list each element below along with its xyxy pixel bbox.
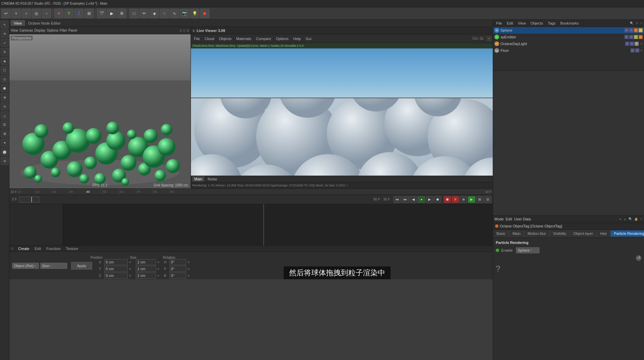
toolbar-pen[interactable]: ✏ [139, 9, 149, 18]
sphere-vis-1[interactable]: ✓ [625, 28, 629, 32]
toolbar-light[interactable]: 💡 [190, 9, 199, 18]
tool-6[interactable]: ⬡ [1, 66, 9, 74]
props-tab-hair[interactable]: Hair [597, 230, 610, 237]
props-tab-basic[interactable]: Basic [493, 230, 509, 237]
attr-tab-function[interactable]: Function [44, 246, 63, 251]
lv-menu-compare[interactable]: Compare [254, 36, 273, 41]
toolbar-stop[interactable]: ⏹ [200, 9, 209, 18]
props-tab-object-layer[interactable]: Object layer [570, 230, 597, 237]
pos-z[interactable]: 0 cm [104, 273, 128, 279]
props-search[interactable]: 🔍 [629, 217, 632, 221]
tool-rotate[interactable]: ↻ [1, 48, 9, 56]
pos-x[interactable]: 0 cm [104, 259, 128, 265]
xpe-tag-1[interactable]: T [634, 35, 638, 39]
toolbar-coord[interactable]: ⊞ [84, 9, 94, 18]
tool-15[interactable]: ⬤ [1, 148, 9, 156]
tool-16[interactable]: ⊖ [1, 157, 9, 165]
lv-chr-dropdown[interactable]: ▾ [487, 36, 491, 41]
odl-vis-1[interactable]: ✓ [625, 42, 629, 46]
lv-menu-file[interactable]: File [192, 36, 202, 41]
props-mode[interactable]: Mode [494, 217, 504, 221]
tool-select[interactable]: ↖ [1, 21, 9, 29]
props-lock[interactable]: 🔒 [634, 217, 638, 221]
obj-row-octanedaylight[interactable]: ☀ OctaneDayLight ✓ ✓ T ↗ [493, 40, 644, 47]
rp-menu-edit[interactable]: Edit [505, 21, 515, 26]
toolbar-particles[interactable]: ⁙ [160, 9, 169, 18]
props-tab-particle-rendering[interactable]: Particle Rendering [611, 230, 644, 237]
tool-9[interactable]: ⊕ [1, 93, 9, 101]
play-record[interactable]: ⏺ [434, 196, 441, 203]
tool-5[interactable]: ◈ [1, 57, 9, 65]
tc-btn-3[interactable]: ⊕ [460, 196, 467, 203]
vp-menu-cameras[interactable]: Cameras [19, 29, 33, 32]
toolbar-x[interactable]: ✕ [54, 9, 64, 18]
floor-vis-1[interactable]: ✓ [631, 48, 635, 52]
toolbar-film[interactable]: 🎬 [97, 9, 106, 18]
tool-8[interactable]: ⬢ [1, 84, 9, 92]
play-last-frame[interactable]: ⏭ [402, 196, 409, 203]
xpe-vis-1[interactable]: ✓ [625, 35, 629, 39]
sphere-tag-1[interactable]: T [634, 28, 638, 32]
tc-red-2[interactable]: ⏸ [452, 196, 459, 203]
tool-14[interactable]: ✦ [1, 139, 9, 147]
props-nav-up[interactable]: ▲ [623, 217, 627, 221]
toolbar-y[interactable]: Y [64, 9, 74, 18]
viewport-tab-editor[interactable]: Octane Node Editor [26, 21, 63, 26]
tool-13[interactable]: ⊞ [1, 130, 9, 138]
tool-move[interactable]: ✛ [1, 30, 9, 38]
tool-7[interactable]: ◷ [1, 75, 9, 83]
floor-vis-2[interactable]: ✓ [635, 48, 639, 52]
tool-10[interactable]: ⊙ [1, 102, 9, 110]
node-editor-preview[interactable] [493, 71, 644, 216]
obj-row-sphere[interactable]: ● Sphere ✓ ✓ T O [493, 27, 644, 34]
play-forward[interactable]: ▶ [426, 196, 433, 203]
lv-menu-objects[interactable]: Objects [217, 36, 233, 41]
size-y[interactable]: 2 cm [136, 266, 156, 272]
rp-menu-tags[interactable]: Tags [546, 21, 557, 26]
rp-menu-view[interactable]: View [516, 21, 528, 26]
tool-11[interactable]: △ [1, 111, 9, 119]
object-rel-dropdown[interactable]: Object (Rel) ▾ [12, 263, 39, 269]
timeline-tracks[interactable] [9, 204, 493, 246]
vp-menu-view[interactable]: View [11, 29, 18, 32]
toolbar-sculpt[interactable]: ◈ [150, 9, 159, 18]
tc-btn-5[interactable]: ⊞ [476, 196, 483, 203]
toolbar-arrow[interactable]: → [42, 9, 51, 18]
odl-tag-1[interactable]: T [635, 42, 639, 46]
pos-y[interactable]: 0 cm [104, 266, 128, 272]
left-vp-canvas[interactable]: Perspective [9, 34, 191, 188]
props-tab-main[interactable]: Main [509, 230, 524, 237]
props-edit[interactable]: Edit [506, 217, 512, 221]
rp-menu-file[interactable]: File [494, 21, 504, 26]
vp-menu-panel[interactable]: Panel [69, 29, 77, 32]
lv-menu-help[interactable]: Help [292, 36, 303, 41]
green-spheres-canvas[interactable]: FPS: 11.1 Grid Spacing: 1000 cm [9, 80, 191, 188]
tc-btn-6[interactable]: ⊟ [484, 196, 491, 203]
tc-red-1[interactable]: ⏹ [444, 196, 451, 203]
apply-button[interactable]: Apply [71, 262, 92, 269]
toolbar-circle[interactable]: ○ [22, 9, 31, 18]
rot-z[interactable]: 0° [169, 273, 186, 279]
vp-menu-filter[interactable]: Filter [59, 29, 67, 32]
rp-layout-icon[interactable]: ≡ [640, 22, 642, 25]
attr-tab-create[interactable]: Create [16, 246, 31, 251]
rot-x[interactable]: 0° [169, 259, 186, 265]
toolbar-camera[interactable]: 📷 [180, 9, 189, 18]
rp-menu-bookmarks[interactable]: Bookmarks [559, 21, 580, 26]
obj-row-floor[interactable]: ▬ Floor ✓ ✓ ↗ [493, 47, 644, 54]
lv-tab-noise[interactable]: Noise [206, 176, 219, 182]
sphere-vis-2[interactable]: ✓ [629, 28, 633, 32]
vp-menu-options[interactable]: Options [47, 29, 58, 32]
size-x[interactable]: 2 cm [136, 259, 156, 265]
xpe-vis-2[interactable]: ✓ [629, 35, 633, 39]
toolbar-ring[interactable]: ◎ [32, 9, 41, 18]
lv-tab-main[interactable]: Main [192, 176, 204, 182]
rp-menu-objects[interactable]: Objects [529, 21, 545, 26]
size-dropdown[interactable]: Size ▾ [40, 263, 67, 269]
tc-green[interactable]: ▶ [468, 196, 475, 203]
lv-spheres-render[interactable] [191, 98, 493, 176]
timeline-scrubber[interactable] [19, 196, 39, 203]
obj-row-xpemitter[interactable]: ✦ xpEmitter ✓ ✓ T O [493, 34, 644, 40]
tool-12[interactable]: ☰ [1, 120, 9, 129]
size-z[interactable]: 2 cm [136, 273, 156, 279]
